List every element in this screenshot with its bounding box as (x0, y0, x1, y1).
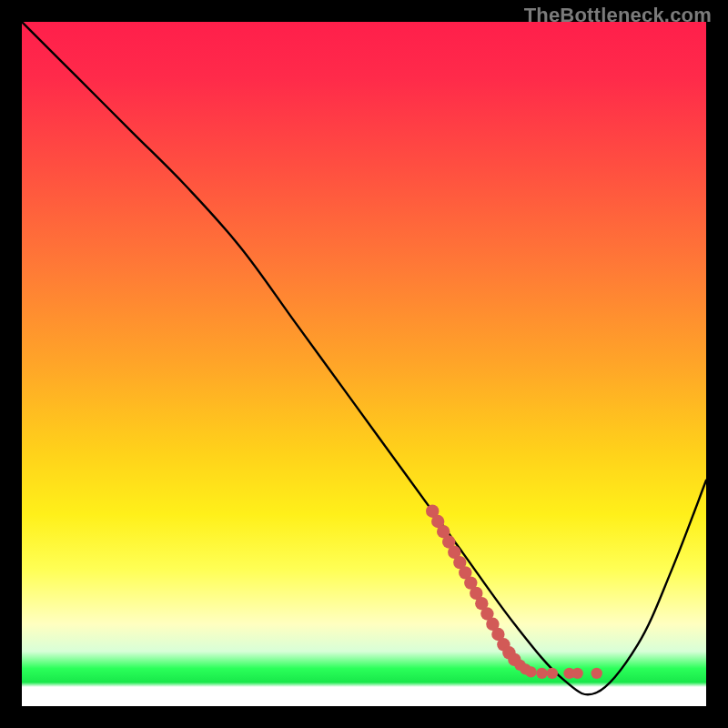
plot-area (22, 22, 706, 706)
highlight-dot (536, 668, 547, 679)
highlight-dot (525, 666, 536, 677)
chart-frame: TheBottleneck.com (0, 0, 728, 728)
highlight-dot (547, 668, 558, 679)
chart-svg (22, 22, 706, 706)
bottleneck-curve (22, 22, 706, 694)
highlight-markers (426, 505, 602, 680)
highlight-dot (592, 668, 602, 679)
highlight-dot (571, 668, 582, 679)
